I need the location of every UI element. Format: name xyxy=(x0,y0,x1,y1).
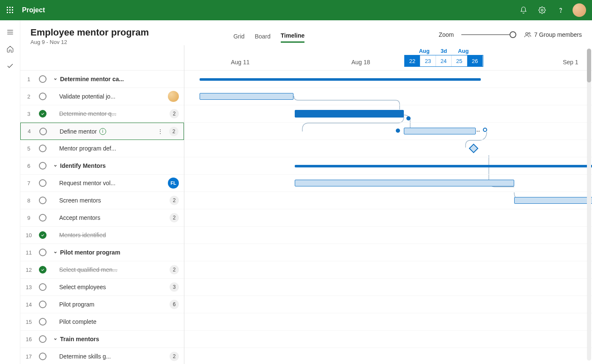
svg-point-9 xyxy=(541,9,543,11)
svg-rect-0 xyxy=(7,7,8,8)
status-done-icon[interactable] xyxy=(39,231,47,239)
svg-rect-4 xyxy=(9,9,11,11)
chevron-down-icon[interactable] xyxy=(52,250,58,255)
task-name: Mentors identified xyxy=(59,232,106,238)
status-circle-icon[interactable] xyxy=(39,179,47,187)
gantt-bar[interactable] xyxy=(514,197,592,204)
drag-handle-icon[interactable] xyxy=(483,128,487,132)
task-name: Determine skills g... xyxy=(59,353,111,360)
gantt-bar[interactable] xyxy=(295,110,404,118)
status-circle-icon[interactable] xyxy=(39,162,47,170)
assignee-avatar[interactable] xyxy=(168,91,179,102)
status-circle-icon[interactable] xyxy=(39,75,47,83)
more-icon[interactable]: ⋮ xyxy=(155,128,166,135)
task-row[interactable]: 16Train mentors xyxy=(20,331,184,348)
task-list: 1Determine mentor ca...2Validate potenti… xyxy=(20,45,184,364)
status-circle-icon[interactable] xyxy=(39,197,47,204)
status-done-icon[interactable] xyxy=(39,110,47,118)
task-row[interactable]: 14Pilot program6 xyxy=(20,296,184,313)
task-name: Validate potential jo... xyxy=(59,93,115,100)
task-row[interactable]: 4Define mentori⋮2 xyxy=(20,123,184,140)
status-circle-icon[interactable] xyxy=(39,353,47,360)
task-row[interactable]: 2Validate potential jo... xyxy=(20,88,184,105)
timeline-header: Aug 11 Aug 18 Sep 1 Aug 3d Aug 22 23 24 xyxy=(184,45,592,71)
chevron-down-icon[interactable] xyxy=(52,164,58,168)
hamburger-icon[interactable] xyxy=(1,24,19,41)
app-name: Project xyxy=(22,6,45,14)
row-number: 17 xyxy=(23,353,35,360)
vertical-scrollbar[interactable] xyxy=(587,49,591,361)
chevron-down-icon[interactable] xyxy=(52,77,58,81)
status-circle-icon[interactable] xyxy=(39,318,47,326)
row-number: 13 xyxy=(23,284,35,290)
chevron-down-icon[interactable] xyxy=(52,337,58,341)
timeline-major-label: Aug 11 xyxy=(231,59,249,66)
count-badge: 3 xyxy=(170,282,179,292)
task-row[interactable]: 5Mentor program def... xyxy=(20,140,184,157)
tab-grid[interactable]: Grid xyxy=(233,30,244,42)
gantt-milestone[interactable] xyxy=(469,144,479,153)
task-name: Select employees xyxy=(59,284,106,290)
task-row[interactable]: 13Select employees3 xyxy=(20,279,184,296)
status-circle-icon[interactable] xyxy=(39,335,47,343)
assignee-avatar[interactable]: FL xyxy=(168,178,179,189)
status-circle-icon[interactable] xyxy=(39,93,47,100)
status-circle-icon[interactable] xyxy=(39,145,47,152)
help-icon[interactable] xyxy=(551,1,570,19)
left-rail xyxy=(0,20,20,364)
page-title: Employee mentor program xyxy=(30,27,149,38)
task-row[interactable]: 9Accept mentors2 xyxy=(20,209,184,227)
timeline-area[interactable]: Aug 11 Aug 18 Sep 1 Aug 3d Aug 22 23 24 xyxy=(184,45,592,364)
task-row[interactable]: 7Request mentor vol...FL xyxy=(20,175,184,192)
task-row[interactable]: 12Select qualified men...2 xyxy=(20,261,184,279)
status-circle-icon[interactable] xyxy=(39,128,47,135)
status-circle-icon[interactable] xyxy=(39,214,47,222)
svg-rect-5 xyxy=(12,9,13,11)
gantt-bar[interactable] xyxy=(200,93,293,100)
check-icon[interactable] xyxy=(1,57,19,74)
user-avatar[interactable] xyxy=(570,1,589,19)
home-icon[interactable] xyxy=(1,41,19,57)
task-row[interactable]: 1Determine mentor ca... xyxy=(20,71,184,88)
status-circle-icon[interactable] xyxy=(39,301,47,308)
row-number: 5 xyxy=(23,145,35,152)
task-row[interactable]: 10Mentors identified xyxy=(20,227,184,244)
task-row[interactable]: 6Identify Mentors xyxy=(20,157,184,175)
task-row[interactable]: 15Pilot complete xyxy=(20,313,184,331)
zoom-slider[interactable] xyxy=(461,30,516,40)
group-members-button[interactable]: 7 Group members xyxy=(524,31,582,38)
task-row[interactable]: 17Determine skills g...2 xyxy=(20,348,184,364)
date-span-selector[interactable]: Aug 3d Aug 22 23 24 25 26 xyxy=(404,48,483,67)
row-number: 10 xyxy=(23,232,35,238)
gantt-bar[interactable] xyxy=(295,180,514,186)
gear-icon[interactable] xyxy=(533,1,551,19)
waffle-icon[interactable] xyxy=(3,3,17,17)
row-number: 8 xyxy=(23,197,35,204)
task-row[interactable]: 8Screen mentors2 xyxy=(20,192,184,209)
status-circle-icon[interactable] xyxy=(39,283,47,291)
notifications-icon[interactable] xyxy=(514,1,533,19)
tab-board[interactable]: Board xyxy=(255,30,270,42)
resize-handle-icon[interactable]: ↔ xyxy=(475,128,481,134)
row-number: 11 xyxy=(23,249,35,256)
count-badge: 6 xyxy=(170,300,179,309)
row-number: 4 xyxy=(23,128,35,134)
gantt-summary-bar[interactable] xyxy=(295,165,592,167)
task-row[interactable]: 11Pilot mentor program xyxy=(20,244,184,261)
zoom-label: Zoom xyxy=(439,31,454,38)
status-circle-icon[interactable] xyxy=(39,249,47,256)
row-number: 12 xyxy=(23,267,35,273)
status-done-icon[interactable] xyxy=(39,266,47,274)
row-number: 16 xyxy=(23,336,35,342)
svg-rect-3 xyxy=(7,9,8,11)
view-tabs: Grid Board Timeline xyxy=(233,30,304,43)
task-row[interactable]: 3Determine mentor q...2 xyxy=(20,105,184,123)
gantt-bar[interactable] xyxy=(404,128,476,134)
app-header: Project xyxy=(0,0,592,20)
svg-point-14 xyxy=(526,33,528,35)
info-icon[interactable]: i xyxy=(99,128,106,135)
task-name: Pilot mentor program xyxy=(60,249,120,256)
svg-rect-1 xyxy=(9,7,11,8)
gantt-summary-bar[interactable] xyxy=(200,78,481,81)
tab-timeline[interactable]: Timeline xyxy=(281,30,305,43)
